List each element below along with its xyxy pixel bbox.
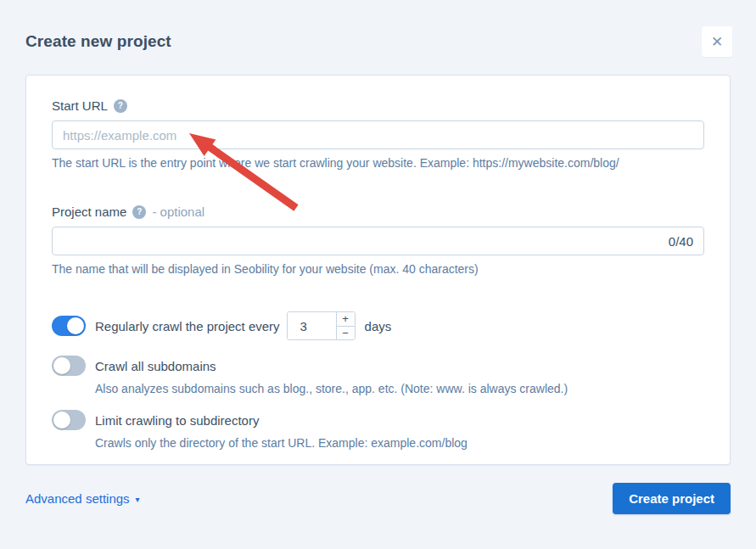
- interval-unit-label: days: [365, 319, 392, 333]
- help-icon[interactable]: ?: [114, 99, 127, 113]
- subdomains-option: Crawl all subdomains Also analyzes subdo…: [52, 356, 704, 395]
- project-name-hint: The name that will be displayed in Seobi…: [52, 262, 704, 276]
- project-name-label: Project name: [52, 204, 126, 219]
- plus-icon: +: [342, 312, 349, 325]
- crawl-interval-row: Regularly crawl the project every + − da…: [52, 311, 704, 340]
- project-name-field: Project name ? - optional 0/40 The name …: [52, 204, 704, 276]
- subdirectory-hint: Crawls only the directory of the start U…: [95, 436, 704, 450]
- interval-stepper: + −: [287, 311, 356, 340]
- advanced-settings-label: Advanced settings: [25, 491, 130, 506]
- subdomains-toggle[interactable]: [52, 356, 86, 376]
- subdomains-row: Crawl all subdomains: [52, 356, 704, 376]
- toggle-knob: [53, 412, 70, 429]
- dialog-title: Create new project: [25, 32, 171, 51]
- form-card: Start URL ? The start URL is the entry p…: [25, 75, 731, 465]
- close-icon: ✕: [711, 35, 723, 49]
- start-url-input[interactable]: [52, 120, 704, 149]
- crawl-interval-toggle[interactable]: [52, 316, 86, 336]
- start-url-label: Start URL: [52, 98, 108, 113]
- subdirectory-toggle[interactable]: [52, 410, 86, 430]
- interval-days-input[interactable]: [288, 312, 336, 339]
- help-icon[interactable]: ?: [132, 205, 146, 219]
- subdomains-label: Crawl all subdomains: [95, 359, 216, 373]
- create-project-button[interactable]: Create project: [613, 483, 731, 514]
- create-project-dialog: Create new project ✕ Start URL ? The sta…: [0, 0, 756, 514]
- increment-button[interactable]: +: [337, 312, 355, 326]
- toggle-knob: [67, 317, 84, 334]
- close-button[interactable]: ✕: [702, 26, 732, 57]
- start-url-hint: The start URL is the entry point where w…: [52, 156, 704, 170]
- advanced-settings-link[interactable]: Advanced settings ▾: [25, 491, 140, 506]
- subdirectory-option: Limit crawling to subdirectory Crawls on…: [52, 410, 704, 450]
- chevron-down-icon: ▾: [136, 494, 140, 504]
- subdirectory-row: Limit crawling to subdirectory: [52, 410, 704, 430]
- start-url-field: Start URL ? The start URL is the entry p…: [52, 98, 704, 170]
- create-project-label: Create project: [629, 491, 714, 506]
- subdirectory-label: Limit crawling to subdirectory: [95, 413, 259, 428]
- subdomains-hint: Also analyzes subdomains such as blog., …: [95, 382, 704, 395]
- optional-note: - optional: [152, 204, 204, 219]
- crawl-interval-label: Regularly crawl the project every: [95, 319, 280, 333]
- project-name-input[interactable]: [52, 227, 704, 255]
- toggle-knob: [53, 357, 70, 374]
- dialog-footer: Advanced settings ▾ Create project: [0, 465, 756, 514]
- dialog-header: Create new project ✕: [0, 0, 756, 59]
- minus-icon: −: [342, 327, 349, 339]
- decrement-button[interactable]: −: [337, 326, 355, 340]
- crawl-options: Regularly crawl the project every + − da…: [52, 311, 704, 450]
